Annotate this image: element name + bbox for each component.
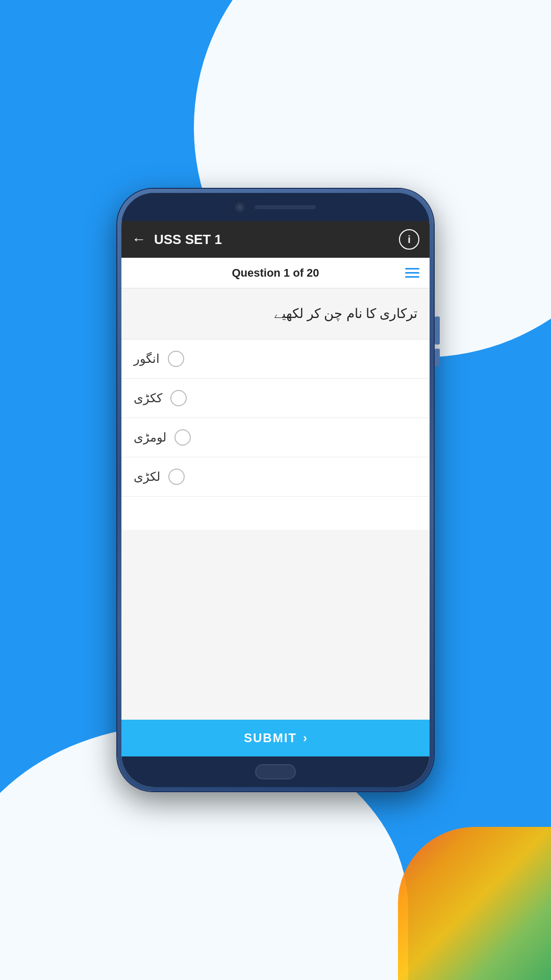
question-area: ترکاری کا نام چن کر لکھیے (121, 288, 430, 339)
option-b[interactable]: ککڑی (121, 379, 430, 418)
hamburger-menu[interactable] (405, 268, 419, 278)
submit-arrow-icon: › (303, 731, 307, 745)
speaker (255, 205, 316, 209)
app-title: USS SET 1 (154, 232, 399, 248)
radio-c[interactable] (174, 429, 191, 446)
phone-notch (121, 193, 430, 221)
question-header: Question 1 of 20 (121, 258, 430, 288)
hamburger-line-2 (405, 272, 419, 274)
app-bar: ← USS SET 1 i (121, 221, 430, 258)
radio-b[interactable] (170, 390, 187, 406)
radio-d[interactable] (168, 469, 185, 485)
submit-text: SUBMIT (244, 731, 297, 745)
back-button[interactable]: ← (132, 231, 146, 248)
option-c[interactable]: لومڑی (121, 418, 430, 457)
question-counter: Question 1 of 20 (232, 266, 319, 280)
option-b-text: ککڑی (134, 391, 162, 405)
camera (235, 203, 244, 212)
radio-a[interactable] (168, 351, 184, 367)
volume-down-button (435, 349, 440, 366)
home-button[interactable] (255, 764, 296, 779)
option-d-text: لکڑی (134, 470, 160, 484)
question-text: ترکاری کا نام چن کر لکھیے (134, 304, 417, 324)
empty-area (121, 530, 430, 720)
hamburger-line-3 (405, 276, 419, 278)
options-container: انگور ککڑی لومڑی لکڑی (121, 339, 430, 530)
info-button[interactable]: i (399, 229, 419, 250)
phone-bottom (121, 756, 430, 787)
option-a-text: انگور (134, 352, 160, 366)
option-c-text: لومڑی (134, 430, 166, 445)
screen: ← USS SET 1 i Question 1 of 20 ترکاری کا… (121, 221, 430, 787)
volume-up-button (435, 316, 440, 345)
option-d[interactable]: لکڑی (121, 457, 430, 497)
side-buttons (435, 316, 440, 366)
option-a[interactable]: انگور (121, 339, 430, 379)
hamburger-line-1 (405, 268, 419, 270)
phone-mockup: ← USS SET 1 i Question 1 of 20 ترکاری کا… (117, 189, 434, 791)
submit-bar[interactable]: SUBMIT › (121, 720, 430, 756)
